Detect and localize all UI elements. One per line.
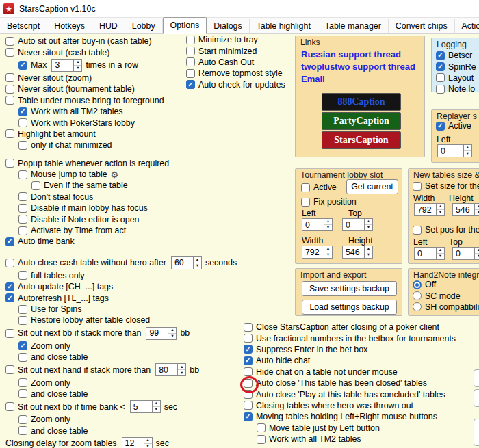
checkbox-hide-chat-on-a-table-not-under-mouse[interactable]	[244, 367, 253, 376]
checkbox-fix-position[interactable]	[301, 198, 310, 207]
tournament-height-input[interactable]: 546	[342, 246, 364, 259]
tab-hud[interactable]: HUD	[92, 19, 125, 33]
partycaption-button[interactable]: PartyCaption	[322, 112, 401, 130]
spin-value-input[interactable]: 12	[122, 437, 144, 448]
starscaption-button[interactable]: StarsCaption	[322, 131, 401, 149]
checkbox-disable-if-note-editor-is-open[interactable]	[18, 215, 27, 224]
spin-down-button[interactable]	[168, 334, 176, 339]
spin-up-button[interactable]	[168, 328, 176, 334]
spin-down-button[interactable]	[324, 252, 332, 258]
tournament-left-input[interactable]: 0	[302, 218, 324, 231]
checkbox-start-minimized[interactable]	[186, 47, 195, 55]
spin-up-button[interactable]	[475, 248, 479, 254]
checkbox-max[interactable]	[18, 61, 27, 70]
checkbox-and-close-table[interactable]	[18, 426, 27, 435]
checkbox-move-table-just-by-left-button[interactable]	[257, 423, 266, 432]
checkbox-work-with-pokerstars-lobby[interactable]	[18, 118, 27, 127]
checkbox-zoom-only[interactable]	[18, 341, 27, 350]
spin-down-button[interactable]	[475, 254, 479, 259]
checkbox-even-if-the-same-table[interactable]	[31, 181, 40, 190]
checkbox-auto-time-bank[interactable]	[5, 237, 14, 246]
checkbox-remove-topmost-style[interactable]	[186, 69, 195, 78]
new-tables-top-input[interactable]: 0	[452, 247, 474, 260]
get-current-button[interactable]: Get current	[346, 179, 398, 194]
checkbox-use-for-spins[interactable]	[18, 305, 27, 314]
tab-table-highlight[interactable]: Table highlight	[250, 19, 318, 33]
spin-down-button[interactable]	[475, 210, 479, 215]
checkbox-autorefresh-tl-tags[interactable]	[5, 293, 14, 302]
tab-options[interactable]: Options	[163, 17, 207, 34]
spin-value-input[interactable]: 60	[171, 256, 193, 269]
checkbox-auto-close-cash-table-without-hero-after[interactable]	[5, 259, 14, 267]
new-tables-width-input[interactable]: 792	[414, 203, 436, 216]
tab-table-manager[interactable]: Table manager	[318, 19, 389, 33]
checkbox-minimize-to-tray[interactable]	[186, 36, 195, 44]
spin-down-button[interactable]	[74, 66, 81, 71]
tournament-top-input[interactable]: 0	[342, 218, 364, 231]
tab-action-blocking[interactable]: Action blocking	[455, 19, 479, 33]
tab-convert-chips[interactable]: Convert chips	[389, 19, 455, 33]
checkbox-close-starscaption-after-closing-of-a-poker-[interactable]	[244, 323, 253, 332]
spin-down-button[interactable]	[365, 225, 372, 230]
tab-dialogs[interactable]: Dialogs	[207, 19, 249, 33]
checkbox-closing-tables-where-hero-was-thrown-out[interactable]	[244, 401, 253, 410]
spin-up-button[interactable]	[153, 401, 160, 407]
tab-betscript[interactable]: Betscript	[0, 19, 47, 33]
checkbox-never-sitout-zoom[interactable]	[5, 73, 14, 82]
replayer-left-input[interactable]: 0	[437, 144, 463, 157]
spin-down-button[interactable]	[324, 225, 332, 230]
checkbox-restore-lobby-after-table-closed[interactable]	[18, 316, 27, 325]
checkbox-table-under-mouse-bring-to-foreground[interactable]	[5, 96, 14, 105]
checkbox-work-with-all-tm2-tables[interactable]	[257, 435, 266, 444]
spin-up-button[interactable]	[437, 204, 444, 210]
checkbox-suppress-enter-in-the-bet-box[interactable]	[244, 345, 253, 354]
spin-down-button[interactable]	[194, 263, 201, 269]
checkbox-use-fractional-numbers-in-the-betbox-for-tou[interactable]	[244, 334, 253, 343]
checkbox-activate-by-time-from-act[interactable]	[18, 226, 27, 235]
link-twoplustwo-support-thread[interactable]: twoplustwo support thread	[301, 61, 415, 73]
checkbox-sit-out-next-hand-if-stack-more-than[interactable]	[5, 365, 14, 374]
spin-up-button[interactable]	[178, 364, 185, 370]
spin-up-button[interactable]	[437, 248, 444, 254]
spin-up-button[interactable]	[365, 246, 372, 252]
checkbox-auto-check-for-updates[interactable]	[186, 80, 195, 89]
checkbox-full-tables-only[interactable]	[18, 271, 27, 280]
checkbox-zoom-only[interactable]	[18, 378, 27, 387]
spin-up-button[interactable]	[144, 438, 152, 444]
888caption-button[interactable]: 888Caption	[322, 93, 401, 111]
spin-value-input[interactable]: 3	[51, 59, 73, 72]
tournament-width-input[interactable]: 792	[302, 246, 324, 259]
checkbox-sit-out-next-bb-if-stack-more-than[interactable]	[5, 329, 14, 338]
checkbox-auto-update-ch-tags[interactable]	[5, 282, 14, 291]
checkbox-mouse-jump-to-table[interactable]	[18, 170, 27, 179]
checkbox-and-close-table[interactable]	[18, 353, 27, 362]
checkbox-never-sitout-tournament-table[interactable]	[5, 85, 14, 94]
radio-sh-compatibility[interactable]	[413, 302, 422, 311]
checkbox-set-pos[interactable]	[413, 226, 422, 235]
spin-up-button[interactable]	[475, 204, 479, 210]
checkbox-layout[interactable]	[436, 73, 445, 82]
spin-down-button[interactable]	[437, 210, 444, 215]
spin-up-button[interactable]	[324, 246, 332, 252]
checkbox-and-close-table[interactable]	[18, 389, 27, 398]
tab-lobby[interactable]: Lobby	[125, 19, 163, 33]
new-tables-height-input[interactable]: 546	[452, 203, 474, 216]
spin-down-button[interactable]	[365, 252, 372, 258]
checkbox-popup-table-whenever-action-is-required[interactable]	[5, 159, 14, 168]
checkbox-set-size[interactable]	[413, 182, 422, 191]
checkbox-auto-close-play-at-this-table-has-concluded-[interactable]	[244, 390, 253, 399]
checkbox-moving-tables-holding-left-right-mouse-butto[interactable]	[244, 412, 253, 421]
save-settings-backup-button[interactable]: Save settings backup	[302, 281, 397, 296]
load-settings-backup-button[interactable]: Load settings backup	[302, 300, 397, 315]
checkbox-betscr[interactable]	[436, 51, 445, 60]
link-russian-support-thread[interactable]: Russian support thread	[301, 49, 415, 61]
spin-value-input[interactable]: 80	[155, 363, 177, 376]
spin-up-button[interactable]	[365, 219, 372, 225]
checkbox-only-if-chat-minimized[interactable]	[18, 141, 27, 150]
spin-down-button[interactable]	[178, 370, 185, 375]
tab-hotkeys[interactable]: Hotkeys	[47, 19, 92, 33]
spin-down-button[interactable]	[464, 151, 471, 157]
radio-sc-mode[interactable]	[413, 291, 422, 300]
spin-up-button[interactable]	[74, 60, 81, 66]
checkbox-auto-sit-out-after-buy-in-cash-table[interactable]	[5, 37, 14, 46]
